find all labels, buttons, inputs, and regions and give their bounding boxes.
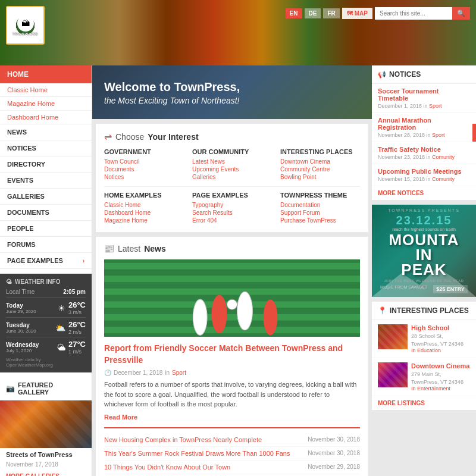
place-address-2: 279 Main St,TownPress, VT 24346	[411, 371, 469, 386]
interest-col-gov: GOVERNMENT Town Council Documents Notice…	[104, 148, 184, 181]
notice-link-2[interactable]: Annual Marathon Registration	[378, 117, 470, 131]
community-link-1[interactable]: Latest News	[192, 158, 272, 165]
nav-home[interactable]: HOME	[0, 65, 92, 83]
gov-header: GOVERNMENT	[104, 148, 184, 155]
nav-notices[interactable]: NOTICES	[0, 140, 92, 156]
gov-link-1[interactable]: Town Council	[104, 158, 184, 165]
nav-documents[interactable]: DOCUMENTS	[0, 205, 92, 221]
place-image-1[interactable]	[378, 324, 408, 349]
notice-link-4[interactable]: Upcoming Public Meetings	[378, 168, 470, 175]
svg-rect-2	[104, 270, 360, 276]
community-link-3[interactable]: Galleries	[192, 174, 272, 180]
place-name-2[interactable]: Downtown Cinema	[411, 362, 469, 369]
ad-present-label: TOWNPRESS PRESENTS	[380, 208, 468, 212]
read-more-link[interactable]: Read More	[104, 414, 137, 421]
svg-point-10	[264, 299, 278, 335]
ad-price: $25 ENTRY	[433, 285, 468, 293]
home-ex-link-3[interactable]: Magazine Home	[104, 217, 184, 224]
news-list: New Housing Complex in TownPress Nearly …	[104, 427, 360, 474]
news-list-link-2[interactable]: This Year's Summer Rock Festival Draws M…	[104, 450, 303, 457]
interest-col-page-examples: PAGE EXAMPLES Typography Search Results …	[192, 192, 272, 225]
nav-classic-home[interactable]: Classic Home	[7, 86, 84, 93]
ad-join: JOIN THE BEST WEEKEND OF THE YEAR	[380, 279, 468, 283]
gov-link-2[interactable]: Documents	[104, 166, 184, 173]
lang-fr-button[interactable]: FR	[323, 8, 339, 18]
more-listings-link[interactable]: MORE LISTINGS	[372, 396, 476, 410]
weather-credit: Weather data by OpenWeatherMap.org	[6, 357, 86, 368]
theme-link-2[interactable]: Support Forum	[280, 209, 360, 216]
nav-news[interactable]: NEWS	[0, 124, 92, 140]
page-ex-link-2[interactable]: Search Results	[192, 209, 272, 216]
place-info-2: Downtown Cinema 279 Main St,TownPress, V…	[411, 362, 469, 392]
notices-header-title: NOTICES	[389, 70, 421, 79]
page-ex-link-1[interactable]: Typography	[192, 202, 272, 208]
gallery-icon: 📷	[6, 384, 15, 393]
ad-date: 23.12.15	[380, 214, 468, 227]
news-list-link-3[interactable]: 10 Things You Didn't Know About Our Town	[104, 464, 303, 471]
nav-galleries[interactable]: GALLERIES	[0, 189, 92, 205]
places-link-2[interactable]: Community Centre	[280, 166, 360, 173]
notice-date-1: December 1, 2018 in Sport	[378, 103, 470, 109]
nav-events[interactable]: EVENTS	[0, 173, 92, 189]
places-link-1[interactable]: Downtown Cinema	[280, 158, 360, 165]
lang-de-button[interactable]: DE	[305, 8, 321, 18]
news-main-image[interactable]	[104, 259, 360, 337]
nav-directory[interactable]: DIRECTORY	[0, 156, 92, 173]
news-main-excerpt: Football refers to a number of sports th…	[104, 380, 360, 409]
home-ex-link-2[interactable]: Dashboard Home	[104, 209, 184, 216]
nav-forums[interactable]: FORUMS	[0, 237, 92, 253]
news-main-meta: 🕐 December 1, 2018 in Sport	[104, 369, 360, 376]
lang-en-button[interactable]: EN	[286, 8, 302, 18]
nav-page-examples[interactable]: PAGE EXAMPLES ›	[0, 253, 92, 269]
clock-icon: 🕐	[104, 369, 111, 376]
page-ex-link-3[interactable]: Error 404	[192, 217, 272, 224]
community-link-2[interactable]: Upcoming Events	[192, 166, 272, 173]
more-notices-link[interactable]: MORE NOTICES	[372, 186, 476, 200]
weather-temp-2: 26°C	[68, 320, 86, 329]
home-ex-link-1[interactable]: Classic Home	[104, 202, 184, 208]
place-address-1: 28 School St,TownPress, VT 24346	[411, 333, 464, 347]
notice-link-3[interactable]: Traffic Safety Notice	[378, 146, 470, 153]
svg-point-8	[212, 295, 227, 334]
news-title-bold: News	[144, 244, 166, 253]
weather-wind-3: 1 m/s	[68, 349, 86, 355]
featured-gallery: 📷 FEATURED GALLERY Streets of TownPress …	[0, 377, 92, 476]
scroll-right-button[interactable]: ›	[472, 124, 476, 142]
more-galleries-link[interactable]: MORE GALLERIES	[0, 470, 92, 476]
news-main-headline[interactable]: Report from Friendly Soccer Match Betwee…	[104, 343, 360, 366]
news-list-link-1[interactable]: New Housing Complex in TownPress Nearly …	[104, 436, 303, 443]
place-name-1[interactable]: High School	[411, 324, 464, 331]
search-input[interactable]	[375, 7, 452, 20]
ad-title: MOUNTA IN PEAK	[380, 233, 468, 277]
weather-temp-3: 27°C	[68, 340, 86, 349]
welcome-subtitle: the Most Exciting Town of Northeast!	[104, 96, 360, 105]
logo[interactable]: 🏔 TOWNPRESS	[6, 6, 45, 45]
ad-box[interactable]: TOWNPRESS PRESENTS 23.12.15 reach the hi…	[372, 205, 476, 297]
weather-icon-2: ⛅	[55, 323, 65, 333]
places-link-3[interactable]: Bowling Point	[280, 174, 360, 180]
weather-day-2: Tuesday	[6, 322, 36, 328]
news-section: 📰 Latest News	[96, 237, 368, 476]
search-button[interactable]: 🔍	[452, 7, 470, 20]
notice-link-1[interactable]: Soccer Tournament Timetable	[378, 87, 470, 102]
gallery-caption[interactable]: Streets of TownPress	[0, 448, 92, 461]
notice-item-1: Soccer Tournament Timetable December 1, …	[372, 84, 476, 113]
svg-point-11	[193, 299, 207, 335]
nav-dashboard-home[interactable]: Dashboard Home	[7, 114, 84, 121]
notice-item-4: Upcoming Public Meetings November 15, 20…	[372, 164, 476, 186]
map-button[interactable]: 🗺 MAP	[342, 8, 372, 19]
weather-day-3: Wednesday	[6, 342, 39, 348]
news-icon: 📰	[104, 244, 114, 253]
weather-date-2: June 30, 2020	[6, 328, 36, 334]
place-image-2[interactable]	[378, 362, 408, 387]
theme-link-3[interactable]: Purchase TownPress	[280, 217, 360, 224]
place-category-1: In Education	[411, 347, 464, 353]
theme-link-1[interactable]: Documentation	[280, 202, 360, 208]
gallery-image[interactable]	[0, 400, 92, 448]
welcome-banner: Welcome to TownPress, the Most Exciting …	[92, 65, 372, 119]
arrow-icon: ›	[83, 258, 84, 264]
nav-magazine-home[interactable]: Magazine Home	[7, 100, 84, 107]
gov-link-3[interactable]: Notices	[104, 174, 184, 180]
nav-people[interactable]: PEOPLE	[0, 221, 92, 237]
weather-temp-1: 26°C	[68, 300, 86, 309]
